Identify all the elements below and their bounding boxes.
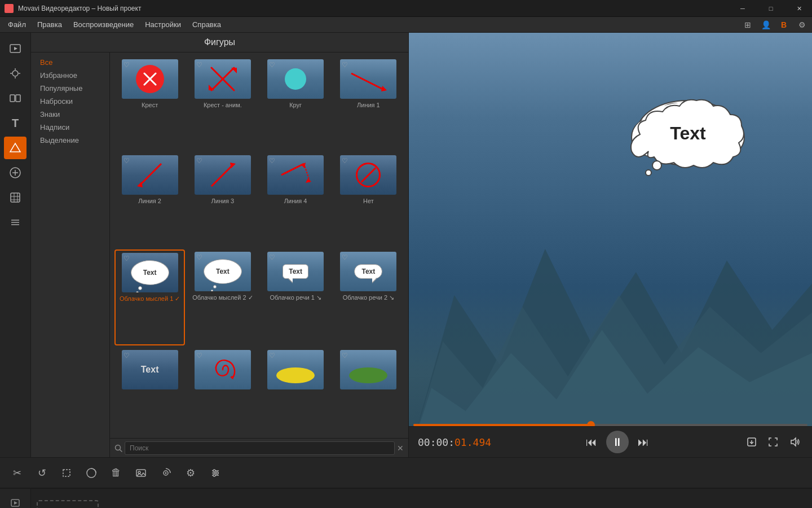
svg-rect-13 bbox=[11, 193, 20, 202]
shape-none[interactable]: ♡ Нет bbox=[333, 153, 404, 247]
image-button[interactable] bbox=[131, 463, 151, 483]
svg-point-72 bbox=[216, 472, 218, 474]
search-input[interactable] bbox=[125, 441, 395, 455]
favorite-icon-14[interactable]: ♡ bbox=[196, 352, 202, 360]
shape-cross-anim[interactable]: ♡ Крест - аним. bbox=[187, 57, 258, 151]
svg-point-71 bbox=[213, 470, 215, 472]
svg-point-38 bbox=[276, 367, 315, 383]
shape-line1[interactable]: ♡ Линия 1 bbox=[333, 57, 404, 151]
svg-marker-36 bbox=[306, 178, 311, 183]
tool-media[interactable] bbox=[4, 37, 27, 60]
drop-zone[interactable]: Перетащите медиафайлы сюда bbox=[37, 500, 99, 508]
crop-button[interactable] bbox=[56, 463, 77, 483]
shape-cross-anim-label: Крест - аним. bbox=[204, 101, 242, 109]
top-icon-4[interactable]: ⚙ bbox=[794, 17, 810, 33]
menu-file[interactable]: Файл bbox=[2, 18, 32, 31]
category-sketches[interactable]: Наброски bbox=[38, 96, 103, 107]
search-clear-button[interactable]: ✕ bbox=[397, 444, 404, 453]
adjust-button[interactable] bbox=[205, 463, 226, 483]
shape-line2[interactable]: ♡ Линия 2 bbox=[114, 153, 185, 247]
tool-list[interactable] bbox=[4, 211, 27, 234]
undo-button[interactable]: ↺ bbox=[32, 463, 52, 483]
favorite-icon-6[interactable]: ♡ bbox=[196, 157, 202, 165]
menu-edit[interactable]: Правка bbox=[32, 18, 68, 31]
prev-button[interactable]: ⏮ bbox=[581, 432, 602, 452]
category-all[interactable]: Все bbox=[38, 57, 103, 68]
video-track-ctrl bbox=[0, 489, 30, 508]
minimize-button[interactable]: ─ bbox=[730, 0, 756, 17]
category-popular[interactable]: Популярные bbox=[38, 83, 103, 94]
shape-yellow[interactable]: ♡ bbox=[261, 348, 331, 433]
cut-button[interactable]: ✂ bbox=[7, 463, 27, 483]
shape-thought1-label: Облачко мыслей 1 ✓ bbox=[120, 295, 180, 303]
timeline-content: Перетащите медиафайлы сюда bbox=[0, 489, 812, 508]
menu-settings[interactable]: Настройки bbox=[139, 18, 187, 31]
favorite-icon[interactable]: ♡ bbox=[123, 61, 130, 69]
tool-shapes[interactable] bbox=[4, 137, 27, 159]
shape-text1[interactable]: ♡ Text bbox=[114, 348, 185, 433]
favorite-icon-11[interactable]: ♡ bbox=[269, 253, 275, 261]
shape-thought1[interactable]: ♡ Text Облачко мыслей 1 ✓ bbox=[114, 249, 185, 345]
tool-filters[interactable] bbox=[4, 186, 27, 209]
favorite-icon-4[interactable]: ♡ bbox=[342, 61, 348, 69]
shape-thought2[interactable]: ♡ Text Облачко мыслей 2 ✓ bbox=[187, 249, 258, 345]
menu-playback[interactable]: Воспроизведение bbox=[68, 18, 139, 31]
fullscreen-icon[interactable] bbox=[765, 433, 782, 450]
figures-header: Фигуры bbox=[31, 33, 408, 52]
tracks-area: Перетащите медиафайлы сюда bbox=[31, 489, 812, 508]
tool-effects[interactable] bbox=[4, 62, 27, 85]
favorite-icon-3[interactable]: ♡ bbox=[269, 61, 275, 69]
settings-button[interactable]: ⚙ bbox=[180, 463, 201, 483]
shape-line3-thumb: ♡ bbox=[195, 155, 251, 195]
category-captions[interactable]: Надписи bbox=[38, 122, 103, 133]
menu-help[interactable]: Справка bbox=[187, 18, 227, 31]
top-icon-1[interactable]: ⊞ bbox=[740, 17, 756, 33]
tool-text[interactable]: T bbox=[4, 112, 27, 134]
shape-spiral[interactable]: ♡ bbox=[187, 348, 258, 433]
tool-add[interactable] bbox=[4, 161, 27, 184]
pause-button[interactable]: ⏸ bbox=[606, 431, 629, 453]
favorite-icon-9[interactable]: ♡ bbox=[123, 255, 130, 262]
export-icon[interactable] bbox=[743, 433, 760, 450]
shape-circle-thumb: ♡ bbox=[267, 59, 324, 99]
shape-speech1-label: Облачко речи 1 ↘ bbox=[270, 294, 321, 301]
audio-button[interactable] bbox=[156, 463, 176, 483]
shape-line3[interactable]: ♡ Линия 3 bbox=[187, 153, 258, 247]
time-display: 00:00:01.494 bbox=[418, 436, 491, 448]
figures-panel: Фигуры Все Избранное Популярные Наброски… bbox=[31, 33, 409, 457]
close-button[interactable]: ✕ bbox=[786, 0, 812, 17]
category-signs[interactable]: Знаки bbox=[38, 109, 103, 120]
svg-point-2 bbox=[12, 71, 18, 76]
favorite-icon-7[interactable]: ♡ bbox=[269, 157, 275, 165]
favorite-icon-5[interactable]: ♡ bbox=[123, 157, 130, 165]
volume-icon[interactable] bbox=[786, 433, 803, 450]
shape-circle[interactable]: ♡ Круг bbox=[261, 57, 331, 151]
maximize-button[interactable]: □ bbox=[758, 0, 784, 17]
shape-green[interactable]: ♡ bbox=[333, 348, 404, 433]
favorite-icon-13[interactable]: ♡ bbox=[123, 352, 130, 360]
svg-point-73 bbox=[213, 474, 215, 476]
favorite-icon-2[interactable]: ♡ bbox=[196, 61, 202, 69]
shape-speech1[interactable]: ♡ Text Облачко речи 1 ↘ bbox=[261, 249, 331, 345]
left-toolbar: T bbox=[0, 33, 31, 457]
shape-cross[interactable]: ♡ Крест bbox=[114, 57, 185, 151]
svg-marker-61 bbox=[791, 438, 796, 446]
favorite-icon-8[interactable]: ♡ bbox=[342, 157, 348, 165]
next-button[interactable]: ⏭ bbox=[633, 432, 654, 452]
top-icon-2[interactable]: 👤 bbox=[758, 17, 774, 33]
preview-area: Text 00:00:01.494 ⏮ ⏸ ⏭ bbox=[409, 33, 812, 457]
category-favorites[interactable]: Избранное bbox=[38, 70, 103, 81]
favorite-icon-16[interactable]: ♡ bbox=[342, 352, 348, 360]
favorite-icon-12[interactable]: ♡ bbox=[342, 253, 348, 261]
svg-marker-9 bbox=[10, 143, 20, 152]
color-button[interactable] bbox=[81, 463, 102, 483]
shape-speech2[interactable]: ♡ Text Облачко речи 2 ↘ bbox=[333, 249, 404, 345]
favorite-icon-15[interactable]: ♡ bbox=[269, 352, 275, 360]
shape-line4[interactable]: ♡ Линия 4 bbox=[261, 153, 331, 247]
tool-transitions[interactable] bbox=[4, 87, 27, 110]
category-selection[interactable]: Выделение bbox=[38, 135, 103, 146]
favorite-icon-10[interactable]: ♡ bbox=[196, 253, 202, 261]
delete-button[interactable]: 🗑 bbox=[106, 463, 126, 483]
top-icon-3[interactable]: B bbox=[776, 17, 792, 33]
shape-circle-label: Круг bbox=[289, 101, 302, 109]
